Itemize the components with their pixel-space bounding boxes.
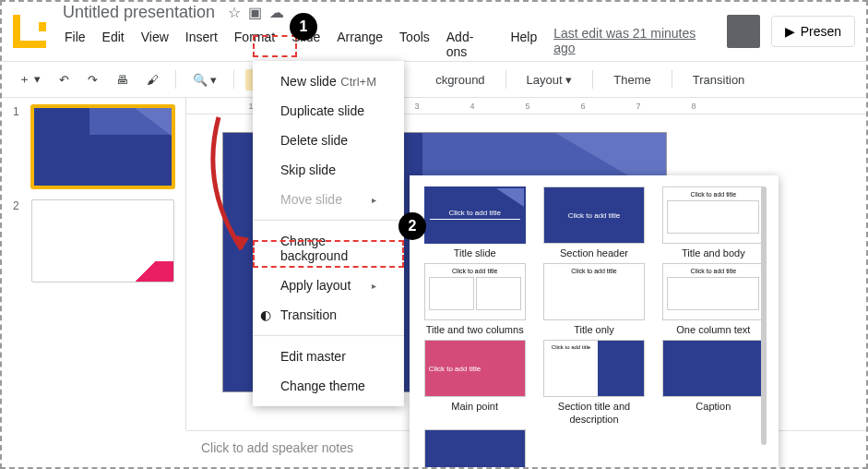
new-slide-button[interactable]: ＋ ▾	[13, 67, 46, 91]
menu-edit[interactable]: Edit	[95, 26, 132, 63]
annotation-badge: 2	[398, 212, 426, 240]
comments-icon[interactable]	[727, 15, 760, 48]
annotation-arrow	[196, 113, 260, 260]
present-label: Presen	[801, 24, 841, 39]
menu-help[interactable]: Help	[503, 26, 544, 63]
play-icon: ▶	[785, 24, 795, 39]
zoom-button[interactable]: 🔍 ▾	[187, 69, 223, 90]
layout-button[interactable]: Layout ▾	[517, 69, 582, 90]
undo-button[interactable]: ↶	[54, 69, 75, 90]
layout-option[interactable]: Click to add title Main point	[421, 340, 529, 425]
filmstrip: 1 2	[2, 98, 186, 430]
layout-option[interactable]: Caption	[660, 340, 767, 425]
menu-new-slide[interactable]: New slideCtrl+M	[253, 66, 404, 96]
layout-submenu: Click to add title Title slide Click to …	[410, 175, 779, 469]
menu-transition[interactable]: ◐ Transition	[253, 300, 404, 330]
menu-tools[interactable]: Tools	[392, 26, 437, 63]
layout-option[interactable]	[421, 429, 529, 469]
menu-move-slide: Move slide	[253, 185, 404, 214]
menu-insert[interactable]: Insert	[178, 26, 225, 63]
menu-bar: File Edit View Insert Format Slide Arran…	[57, 26, 719, 63]
scrollbar[interactable]	[761, 186, 767, 445]
menu-duplicate-slide[interactable]: Duplicate slide	[253, 96, 404, 126]
annotation-highlight	[253, 240, 404, 268]
slide-thumbnail[interactable]	[31, 199, 174, 283]
header: Untitled presentation ☆ ▣ ☁ File Edit Vi…	[2, 2, 866, 61]
layout-option[interactable]: Click to add title Section header	[540, 186, 648, 259]
layout-option[interactable]: Click to add title Section title and des…	[540, 340, 648, 425]
annotation-badge: 1	[290, 13, 317, 41]
paint-format-button[interactable]: 🖌	[141, 69, 164, 90]
thumb-number: 1	[13, 105, 24, 188]
redo-button[interactable]: ↷	[82, 69, 103, 90]
last-edit-link[interactable]: Last edit was 21 minutes ago	[553, 26, 719, 63]
star-icon[interactable]: ☆	[228, 4, 241, 21]
menu-apply-layout[interactable]: Apply layout	[253, 271, 404, 300]
print-button[interactable]: 🖶	[111, 69, 134, 90]
transition-button[interactable]: Transition	[684, 69, 755, 90]
slide-menu-dropdown: New slideCtrl+M Duplicate slide Delete s…	[253, 61, 404, 406]
layout-option[interactable]: Click to add title Title slide	[421, 186, 529, 259]
move-icon[interactable]: ▣	[248, 4, 262, 21]
doc-title[interactable]: Untitled presentation	[57, 1, 220, 24]
slide-thumbnail[interactable]	[31, 105, 174, 188]
menu-change-theme[interactable]: Change theme	[253, 371, 404, 401]
menu-delete-slide[interactable]: Delete slide	[253, 126, 404, 155]
menu-edit-master[interactable]: Edit master	[253, 342, 404, 371]
layout-option[interactable]: Click to add title Title only	[540, 263, 648, 336]
menu-file[interactable]: File	[57, 26, 93, 63]
annotation-highlight	[253, 35, 297, 57]
theme-button[interactable]: Theme	[604, 69, 660, 90]
toolbar: ＋ ▾ ↶ ↷ 🖶 🖌 🔍 ▾ ▲ Ⓣ ckground Layout ▾ Th…	[2, 61, 866, 98]
layout-option[interactable]: Click to add title Title and body	[660, 186, 767, 259]
layout-option[interactable]: Click to add title One column text	[660, 263, 767, 336]
cloud-icon[interactable]: ☁	[269, 4, 284, 21]
menu-view[interactable]: View	[134, 26, 176, 63]
menu-skip-slide[interactable]: Skip slide	[253, 155, 404, 185]
layout-option[interactable]: Click to add title Title and two columns	[421, 263, 529, 336]
thumb-number: 2	[13, 199, 24, 283]
menu-addons[interactable]: Add-ons	[439, 26, 502, 63]
menu-arrange[interactable]: Arrange	[329, 26, 390, 63]
transition-icon: ◐	[260, 307, 271, 322]
present-button[interactable]: ▶ Presen	[771, 16, 855, 47]
background-button[interactable]: ckground	[426, 69, 493, 90]
slides-logo	[13, 15, 46, 48]
